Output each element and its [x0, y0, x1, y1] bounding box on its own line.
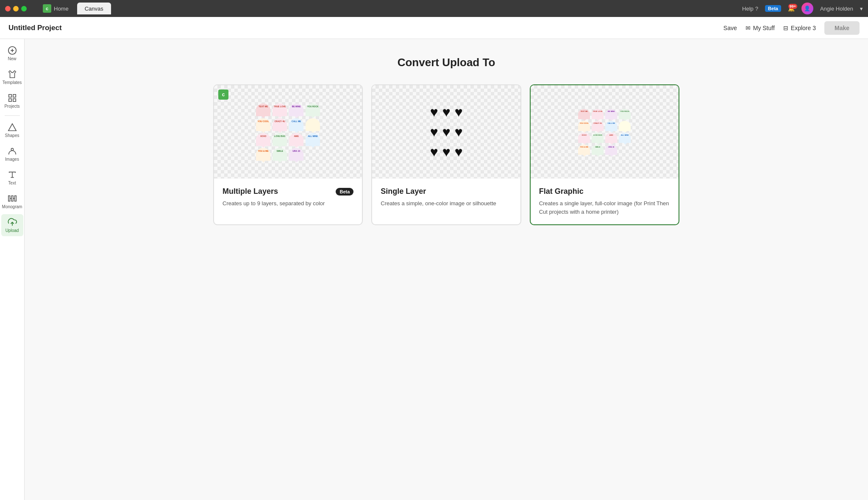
svg-rect-12	[11, 196, 13, 201]
sidebar-item-new[interactable]: New	[1, 42, 23, 64]
text-icon	[8, 170, 17, 179]
candy-heart-color: LOVE BUG	[592, 133, 604, 143]
sidebar-item-templates[interactable]: Templates	[1, 66, 23, 88]
svg-point-8	[11, 148, 14, 151]
sidebar: New Templates Projects	[0, 39, 25, 500]
titlebar: c Home Canvas Help ? Beta 🔔 99+ 👤 Angie …	[0, 0, 868, 17]
candy-heart: URA 10	[289, 148, 303, 161]
candy-heart: YOU & ME	[256, 148, 270, 161]
sidebar-item-upload[interactable]: Upload	[1, 214, 23, 236]
candy-heart-color: AWE	[605, 133, 617, 143]
heart-icon: ♥	[442, 124, 450, 140]
card-multiple-layers-title: Multiple Layers	[223, 187, 278, 196]
card-multiple-layers[interactable]: c TEXT ME TRUE LOVE BE MINE YOU ROCK YOU…	[213, 84, 363, 225]
sidebar-item-shapes[interactable]: Shapes	[1, 119, 23, 141]
maximize-button[interactable]	[21, 6, 27, 11]
candy-heart: TEXT ME	[256, 103, 270, 116]
heart-icon: ♥	[442, 144, 450, 160]
card-single-layer[interactable]: ♥ ♥ ♥ ♥ ♥ ♥ ♥ ♥ ♥ Single Layer	[371, 84, 521, 225]
traffic-lights	[5, 6, 27, 11]
upload-icon	[8, 218, 17, 227]
project-title: Untitled Project	[8, 24, 62, 32]
candy-heart-color: YOU & ME	[578, 145, 590, 155]
my-stuff-label: My Stuff	[753, 25, 775, 31]
candy-heart-color: CALL ME	[605, 121, 617, 131]
header-actions: Save ✉ My Stuff ⊟ Explore 3 Make	[723, 21, 860, 35]
user-name: Angie Holden	[820, 6, 853, 12]
card-flat-graphic[interactable]: TEXT ME TRUE LOVE BE MINE YOU ROCK YOU C…	[530, 84, 679, 225]
titlebar-right: Help ? Beta 🔔 99+ 👤 Angie Holden ▾	[742, 3, 863, 14]
card-single-layer-title-row: Single Layer	[381, 187, 512, 196]
card-single-layer-body: Single Layer Creates a simple, one-color…	[372, 179, 520, 216]
card-single-layer-desc: Creates a simple, one-color image or sil…	[381, 199, 512, 208]
candy-heart: YOU COOL	[256, 118, 270, 131]
my-stuff-button[interactable]: ✉ My Stuff	[746, 25, 775, 31]
svg-rect-5	[8, 99, 11, 101]
monogram-icon	[8, 194, 17, 203]
candy-heart-color: TEXT ME	[578, 109, 590, 119]
my-stuff-icon: ✉	[746, 25, 751, 31]
card-multiple-layers-preview: c TEXT ME TRUE LOVE BE MINE YOU ROCK YOU…	[214, 85, 362, 179]
heart-icon: ♥	[430, 124, 438, 140]
sidebar-item-monogram-label: Monogram	[2, 204, 22, 209]
tab-home[interactable]: c Home	[35, 3, 76, 14]
svg-rect-11	[8, 196, 10, 201]
minimize-button[interactable]	[13, 6, 19, 11]
notifications-button[interactable]: 🔔 99+	[788, 6, 795, 12]
candy-heart: AWE	[289, 133, 303, 146]
explore-icon: ⊟	[783, 25, 788, 31]
sidebar-divider-1	[5, 115, 20, 116]
tab-canvas-label: Canvas	[85, 6, 103, 12]
shapes-icon	[8, 123, 17, 132]
candy-heart-color: TRUE LOVE	[592, 109, 604, 119]
heart-icon: ♥	[442, 104, 450, 120]
sidebar-item-text[interactable]: Text	[1, 167, 23, 189]
candy-heart: ALL MINE	[306, 133, 320, 146]
sidebar-item-monogram[interactable]: Monogram	[1, 190, 23, 212]
svg-rect-6	[13, 99, 15, 101]
svg-rect-3	[8, 95, 11, 97]
avatar: 👤	[801, 3, 813, 14]
heart-icon: ♥	[454, 104, 462, 120]
sidebar-item-new-label: New	[8, 56, 16, 61]
explore-button[interactable]: ⊟ Explore 3	[783, 25, 816, 31]
sidebar-item-projects[interactable]: Projects	[1, 90, 23, 112]
cricut-logo-icon: c	[43, 4, 51, 13]
candy-heart: XOXO	[256, 133, 270, 146]
app-header: Untitled Project Save ✉ My Stuff ⊟ Explo…	[0, 17, 868, 39]
save-button[interactable]: Save	[723, 25, 737, 31]
plus-circle-icon	[8, 46, 17, 55]
heart-icon: ♥	[454, 144, 462, 160]
hearts-grid: ♥ ♥ ♥ ♥ ♥ ♥ ♥ ♥ ♥	[426, 100, 467, 164]
make-button[interactable]: Make	[824, 21, 860, 35]
main-layout: New Templates Projects	[0, 39, 868, 500]
candy-heart: TRUE LOVE	[273, 103, 287, 116]
candy-heart-color: CRAZY 4U	[592, 121, 604, 131]
card-flat-graphic-title-row: Flat Graphic	[539, 187, 670, 196]
beta-badge: Beta	[765, 5, 781, 12]
card-flat-graphic-body: Flat Graphic Creates a single layer, ful…	[531, 179, 679, 224]
image-icon	[8, 146, 17, 156]
card-single-layer-preview: ♥ ♥ ♥ ♥ ♥ ♥ ♥ ♥ ♥	[372, 85, 520, 179]
card-flat-graphic-desc: Creates a single layer, full-color image…	[539, 199, 670, 216]
sidebar-item-text-label: Text	[8, 181, 16, 185]
chevron-down-icon[interactable]: ▾	[860, 6, 863, 12]
heart-icon: ♥	[430, 144, 438, 160]
heart-icon: ♥	[454, 124, 462, 140]
candy-heart-color: YOU COOL	[578, 121, 590, 131]
candy-heart-color: ALL MINE	[619, 133, 631, 143]
cards-container: c TEXT ME TRUE LOVE BE MINE YOU ROCK YOU…	[213, 84, 679, 225]
candy-heart: CRAZY 4U	[273, 118, 287, 131]
sidebar-item-images[interactable]: Images	[1, 143, 23, 165]
candy-heart-color: BE MINE	[605, 109, 617, 119]
svg-rect-4	[13, 95, 15, 97]
card-multiple-layers-desc: Creates up to 9 layers, separated by col…	[223, 199, 353, 208]
help-label: Help	[742, 6, 754, 12]
close-button[interactable]	[5, 6, 11, 11]
help-button[interactable]: Help ?	[742, 6, 758, 12]
content-area: Convert Upload To c TEXT ME TRUE LOVE BE…	[25, 39, 868, 500]
tab-canvas[interactable]: Canvas	[77, 3, 111, 14]
candy-heart-color: YOU ROCK	[619, 109, 631, 119]
explore-label: Explore 3	[791, 25, 816, 31]
tab-bar: c Home Canvas	[35, 3, 111, 14]
